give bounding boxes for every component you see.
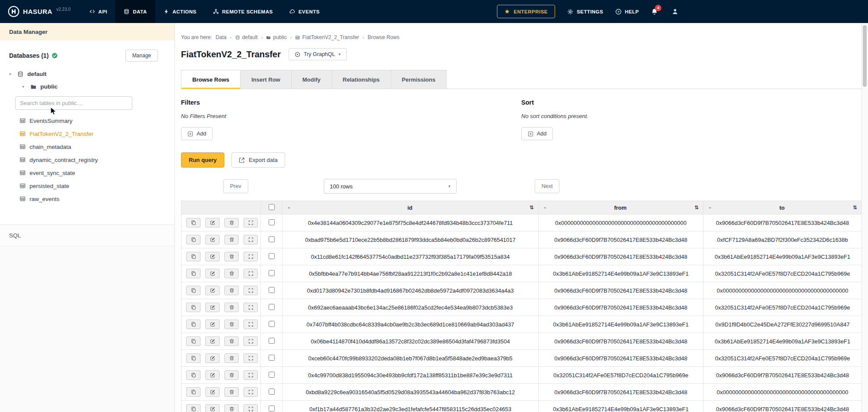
clone-row-button[interactable] bbox=[186, 320, 201, 329]
page-scrollbar[interactable] bbox=[861, 23, 868, 412]
collapse-column-icon[interactable]: ◄ bbox=[543, 206, 546, 210]
hasura-brand[interactable]: HASURA v2.23.0 bbox=[0, 6, 81, 17]
clone-row-button[interactable] bbox=[186, 235, 201, 244]
sidebar-item-sql[interactable]: SQL bbox=[0, 225, 174, 246]
select-all-checkbox[interactable] bbox=[269, 204, 275, 210]
clone-row-button[interactable] bbox=[186, 336, 201, 346]
expand-row-button[interactable] bbox=[243, 336, 258, 346]
column-header-from[interactable]: ◄from⇅ bbox=[539, 201, 704, 214]
delete-row-button[interactable] bbox=[224, 303, 239, 312]
edit-row-button[interactable] bbox=[205, 269, 220, 278]
breadcrumb-segment-public[interactable]: public bbox=[266, 34, 286, 40]
add-sort-button[interactable]: Add bbox=[521, 127, 553, 140]
breadcrumb-segment-data[interactable]: Data bbox=[216, 34, 227, 40]
run-query-button[interactable]: Run query bbox=[181, 152, 224, 168]
row-checkbox[interactable] bbox=[269, 219, 275, 225]
sidebar-item-table-eventssummary[interactable]: EventsSummary bbox=[20, 114, 166, 127]
expand-row-button[interactable] bbox=[243, 252, 258, 261]
delete-row-button[interactable] bbox=[224, 269, 239, 278]
collapse-column-icon[interactable]: ◄ bbox=[287, 206, 290, 210]
rows-per-page-select[interactable]: 100 rows ▾ bbox=[324, 179, 457, 194]
expand-row-button[interactable] bbox=[243, 235, 258, 244]
tab-browse-rows[interactable]: Browse Rows bbox=[181, 70, 240, 89]
notifications-button[interactable]: 4 bbox=[651, 8, 658, 15]
tab-permissions[interactable]: Permissions bbox=[391, 70, 447, 89]
edit-row-button[interactable] bbox=[205, 320, 220, 329]
delete-row-button[interactable] bbox=[224, 286, 239, 295]
nav-item-events[interactable]: EVENTS bbox=[281, 0, 328, 23]
manage-button[interactable]: Manage bbox=[125, 49, 158, 62]
next-page-button[interactable]: Next bbox=[535, 179, 560, 193]
delete-row-button[interactable] bbox=[224, 336, 239, 346]
add-filter-button[interactable]: Add bbox=[181, 127, 213, 140]
row-checkbox[interactable] bbox=[269, 372, 275, 378]
breadcrumb-segment-fiattokenv2-2-transfer[interactable]: FiatTokenV2_2_Transfer bbox=[295, 34, 359, 40]
edit-row-button[interactable] bbox=[205, 404, 220, 412]
scrollbar-thumb[interactable] bbox=[863, 25, 867, 87]
edit-row-button[interactable] bbox=[205, 303, 220, 312]
row-checkbox[interactable] bbox=[269, 253, 275, 259]
row-checkbox[interactable] bbox=[269, 236, 275, 242]
expand-row-button[interactable] bbox=[243, 320, 258, 329]
edit-row-button[interactable] bbox=[205, 336, 220, 346]
nav-item-data[interactable]: DATA bbox=[115, 0, 155, 23]
user-menu-button[interactable] bbox=[672, 8, 678, 15]
expand-row-button[interactable] bbox=[243, 286, 258, 295]
column-header-id[interactable]: ◄id⇅ bbox=[283, 201, 539, 214]
expand-row-button[interactable] bbox=[243, 218, 258, 227]
sidebar-item-table-event-sync-state[interactable]: event_sync_state bbox=[20, 166, 166, 179]
clone-row-button[interactable] bbox=[186, 269, 201, 278]
sort-toggle-icon[interactable]: ⇅ bbox=[853, 204, 857, 211]
row-checkbox[interactable] bbox=[269, 338, 275, 344]
edit-row-button[interactable] bbox=[205, 353, 220, 363]
expand-row-button[interactable] bbox=[243, 353, 258, 363]
sidebar-item-table-fiattokenv2-2-transfer[interactable]: FiatTokenV2_2_Transfer bbox=[20, 127, 166, 140]
clone-row-button[interactable] bbox=[186, 353, 201, 363]
edit-row-button[interactable] bbox=[205, 252, 220, 261]
expand-row-button[interactable] bbox=[243, 404, 258, 412]
collapse-column-icon[interactable]: ◄ bbox=[708, 206, 711, 210]
expand-row-button[interactable] bbox=[243, 303, 258, 312]
edit-row-button[interactable] bbox=[205, 286, 220, 295]
row-checkbox[interactable] bbox=[269, 405, 275, 412]
row-checkbox[interactable] bbox=[269, 304, 275, 310]
expand-row-button[interactable] bbox=[243, 387, 258, 397]
edit-row-button[interactable] bbox=[205, 218, 220, 227]
delete-row-button[interactable] bbox=[224, 404, 239, 412]
clone-row-button[interactable] bbox=[186, 286, 201, 295]
breadcrumb-segment-default[interactable]: default bbox=[235, 34, 258, 40]
edit-row-button[interactable] bbox=[205, 235, 220, 244]
expand-row-button[interactable] bbox=[243, 269, 258, 278]
settings-button[interactable]: SETTINGS bbox=[567, 9, 603, 15]
clone-row-button[interactable] bbox=[186, 370, 201, 380]
tree-item-public[interactable]: ▾ public bbox=[9, 80, 166, 93]
tab-relationships[interactable]: Relationships bbox=[332, 70, 391, 89]
row-checkbox[interactable] bbox=[269, 389, 275, 395]
nav-item-actions[interactable]: ACTIONS bbox=[155, 0, 205, 23]
row-checkbox[interactable] bbox=[269, 270, 275, 276]
sidebar-item-table-chain-metadata[interactable]: chain_metadata bbox=[20, 140, 166, 153]
edit-row-button[interactable] bbox=[205, 370, 220, 380]
tab-insert-row[interactable]: Insert Row bbox=[240, 70, 291, 89]
try-graphql-button[interactable]: Try GraphQL ▾ bbox=[289, 48, 347, 60]
clone-row-button[interactable] bbox=[186, 303, 201, 312]
nav-item-remote-schemas[interactable]: REMOTE SCHEMAS bbox=[205, 0, 281, 23]
table-search-input[interactable] bbox=[15, 96, 132, 110]
export-data-button[interactable]: Export data bbox=[231, 152, 285, 168]
tab-modify[interactable]: Modify bbox=[292, 70, 332, 89]
clone-row-button[interactable] bbox=[186, 252, 201, 261]
tree-item-default[interactable]: ▾ default bbox=[9, 68, 166, 80]
nav-item-api[interactable]: API bbox=[81, 0, 116, 23]
sort-toggle-icon[interactable]: ⇅ bbox=[529, 204, 534, 211]
clone-row-button[interactable] bbox=[186, 387, 201, 397]
delete-row-button[interactable] bbox=[224, 370, 239, 380]
sidebar-item-table-persisted-state[interactable]: persisted_state bbox=[20, 179, 166, 192]
delete-row-button[interactable] bbox=[224, 218, 239, 227]
help-button[interactable]: ? HELP bbox=[615, 9, 639, 15]
delete-row-button[interactable] bbox=[224, 235, 239, 244]
column-header-to[interactable]: ◄to⇅ bbox=[704, 201, 862, 214]
prev-page-button[interactable]: Prev bbox=[223, 179, 248, 193]
edit-row-button[interactable] bbox=[205, 387, 220, 397]
row-checkbox[interactable] bbox=[269, 321, 275, 327]
delete-row-button[interactable] bbox=[224, 353, 239, 363]
